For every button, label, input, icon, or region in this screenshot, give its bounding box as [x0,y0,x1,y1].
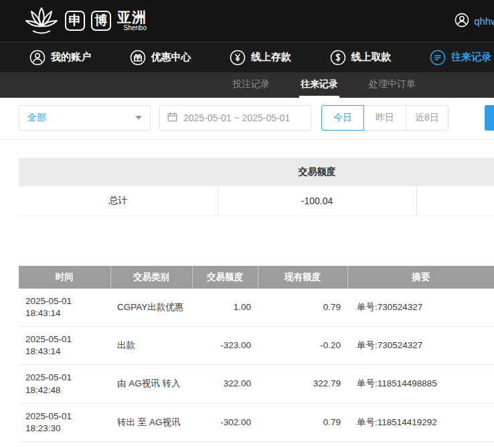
deposit-icon [230,50,246,66]
lotus-logo-icon [24,6,59,35]
nav-item-withdraw[interactable]: 线上取款 [330,50,392,66]
table-cell: 单号:730524327 [347,326,494,364]
brand-region-block: 亚洲 Shenbo [117,10,147,32]
transactions-body: 2025-05-01 18:43:14CGPAY出款优惠1.000.79单号:7… [19,289,494,448]
records-icon [430,50,446,66]
last-8-days-button[interactable]: 近8日 [406,105,448,131]
brand-subtitle: Shenbo [117,25,147,32]
table-row: 2025-05-01 18:23:21CGPAY-CG钱包支付笔笔送优惠1.62… [19,442,494,448]
main-nav: 我的账户 优惠中心 线上存款 线上取款 [0,42,494,72]
type-select-value: 全部 [27,112,46,124]
summary-header-spacer [416,158,494,186]
table-cell: 2025-05-01 18:23:21 [19,442,110,448]
type-select[interactable]: 全部 [19,105,151,131]
table-cell: 由 AG视讯 转入 [110,365,192,403]
table-cell: -302.00 [192,403,258,441]
summary-total-label: 总计 [19,186,218,216]
filter-bar: 全部 2025-05-01 ~ 2025-05-01 今日 昨日 近8日 [0,98,494,139]
tab-transaction-records[interactable]: 往来记录 [299,72,339,98]
table-cell: 1.62 [192,442,258,448]
table-cell: 2025-05-01 18:23:30 [19,403,110,441]
nav-item-records[interactable]: 往来记录 [430,50,491,66]
user-name: qhhw [474,15,494,27]
summary-header-amount: 交易额度 [218,158,416,186]
summary-spacer-cell [416,186,494,216]
brand-char-bo: 博 [91,11,111,31]
table-cell: 302.79 [258,442,347,448]
nav-item-label: 往来记录 [451,51,491,64]
table-row: 2025-05-01 18:43:14CGPAY出款优惠1.000.79单号:7… [19,289,494,327]
brand-char-shen: 申 [65,11,85,31]
nav-item-promotions[interactable]: 优惠中心 [130,50,191,66]
column-header-summary: 摘要 [347,266,494,289]
records-subnav: 投注记录 往来记录 处理中订单 [0,72,494,98]
promo-icon [130,50,146,66]
chevron-down-icon [135,116,142,120]
summary-header-spacer [19,158,218,186]
brand-region: 亚洲 [117,10,147,25]
account-icon [29,50,46,66]
date-range-value: 2025-05-01 ~ 2025-05-01 [183,113,290,123]
table-row: 2025-05-01 18:23:30转出 至 AG视讯-302.000.79单… [19,403,494,441]
table-cell: 0.79 [258,289,347,327]
tab-betting-records[interactable]: 投注记录 [231,72,271,98]
nav-item-deposit[interactable]: 线上存款 [230,50,291,66]
table-cell: 出款 [110,326,192,364]
top-header: 申 博 亚洲 Shenbo qhhw [0,0,494,42]
table-cell: 322.00 [192,365,258,403]
table-cell: 322.79 [258,365,347,403]
table-cell: -323.00 [192,326,258,364]
today-button[interactable]: 今日 [321,105,364,131]
summary-header-row: 交易额度 [19,158,494,186]
nav-item-label: 线上取款 [351,51,392,64]
table-cell: -0.20 [258,326,347,364]
calendar-icon [167,112,177,124]
table-cell: CGPAY出款优惠 [110,289,192,327]
table-cell: 1.00 [192,289,258,327]
date-range-input[interactable]: 2025-05-01 ~ 2025-05-01 [159,105,311,131]
summary-value-row: 总计 -100.04 [19,186,494,216]
column-header-type: 交易类别 [110,266,192,289]
table-cell: 单号:202505023947391225 [347,442,494,448]
transactions-table: 时间 交易类别 交易额度 现有额度 摘要 2025-05-01 18:43:14… [19,266,494,448]
table-cell: 单号:730524327 [347,289,494,327]
table-cell: 转出 至 AG视讯 [110,403,192,441]
table-cell: 0.79 [258,403,347,441]
table-cell: 2025-05-01 18:43:14 [19,326,110,364]
nav-item-label: 优惠中心 [151,51,191,64]
summary-table: 交易额度 总计 -100.04 [19,158,494,216]
section-divider [0,139,494,140]
yesterday-button[interactable]: 昨日 [363,105,406,131]
table-row: 2025-05-01 18:43:14出款-323.00-0.20单号:7305… [19,326,494,364]
user-avatar-icon [455,13,469,29]
table-cell: CGPAY-CG钱包支付笔笔送优惠 [110,442,192,448]
quick-date-buttons: 今日 昨日 近8日 [321,105,448,131]
column-header-balance: 现有额度 [258,266,347,289]
withdraw-icon [330,50,346,66]
table-cell: 单号:118514419292 [347,403,494,441]
table-header-row: 时间 交易类别 交易额度 现有额度 摘要 [19,266,494,289]
nav-item-label: 我的账户 [51,51,91,64]
column-header-amount: 交易额度 [192,266,258,289]
brand-logo[interactable]: 申 博 亚洲 Shenbo [24,6,147,35]
table-cell: 单号:118514498885 [347,365,494,403]
column-header-time: 时间 [19,266,110,289]
user-account[interactable]: qhhw [455,13,494,29]
table-cell: 2025-05-01 18:42:48 [19,365,110,403]
table-cell: 2025-05-01 18:43:14 [19,289,110,327]
search-button[interactable] [485,105,494,131]
nav-item-my-account[interactable]: 我的账户 [29,50,91,66]
summary-total-value: -100.04 [218,186,416,216]
table-row: 2025-05-01 18:42:48由 AG视讯 转入322.00322.79… [19,365,494,403]
tab-processing-orders[interactable]: 处理中订单 [367,72,417,98]
nav-item-label: 线上存款 [251,51,291,64]
